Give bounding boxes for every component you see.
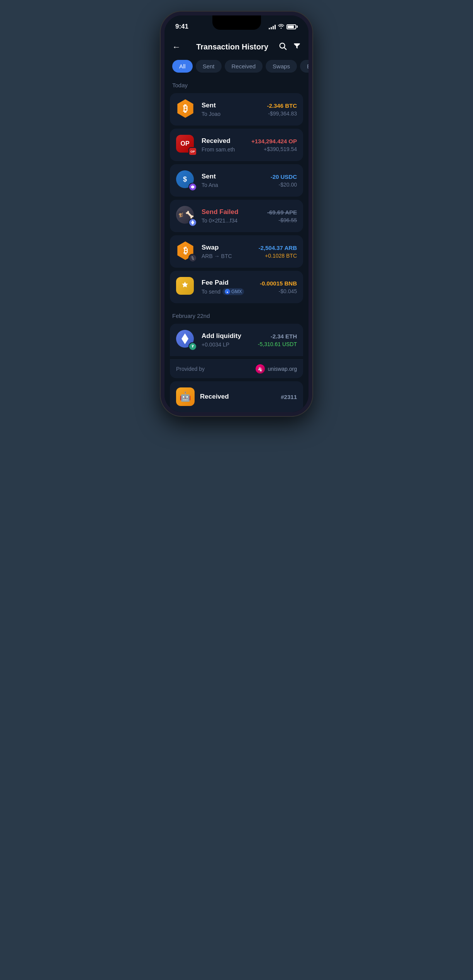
section-today: Today <box>164 79 309 93</box>
tx-info: Received <box>200 393 275 401</box>
transaction-item[interactable]: ₿ Swap ARB → BTC -2,504.37 ARB +0.1028 B… <box>170 235 303 268</box>
tab-buy[interactable]: Buy <box>300 60 309 73</box>
tx-amounts: -2.34 ETH -5,310.61 USDT <box>258 333 297 347</box>
op-sub-icon: OP <box>188 147 197 156</box>
status-time: 9:41 <box>175 23 188 31</box>
usdt-badge: ₮ <box>188 342 197 351</box>
wifi-icon <box>278 24 284 30</box>
tx-subtitle: +0.0034 LP <box>202 341 253 348</box>
tab-swaps[interactable]: Swaps <box>266 60 297 73</box>
tx-title: Sent <box>202 173 265 180</box>
search-button[interactable] <box>278 42 287 52</box>
tx-info: Send Failed To 0×2f21...f34 <box>202 208 262 224</box>
transaction-item[interactable]: ₮ Add liquidity +0.0034 LP -2.34 ETH -5,… <box>170 324 303 356</box>
svg-text:🐒: 🐒 <box>178 212 184 217</box>
eth-badge <box>188 218 197 227</box>
svg-marker-2 <box>191 185 194 189</box>
gmx-badge: ▲ GMX <box>222 288 244 295</box>
tx-amount-secondary: -$96.55 <box>267 217 297 223</box>
transaction-list-february: ₮ Add liquidity +0.0034 LP -2.34 ETH -5,… <box>164 324 309 378</box>
tx-amounts: #2311 <box>281 394 297 400</box>
tx-title: Received <box>200 393 275 401</box>
transaction-item[interactable]: 🐒 🦴 Send Failed To 0×2f21...f34 - <box>170 200 303 232</box>
header: ← Transaction History <box>164 36 309 57</box>
tx-amount-primary: +134,294.424 OP <box>251 138 297 144</box>
transaction-item[interactable]: Fee Paid To send ▲ GMX -0.00015 BNB -$0.… <box>170 271 303 303</box>
tx-amounts: -2.346 BTC -$99,364.83 <box>267 102 297 117</box>
tx-icon-bnb <box>176 277 196 297</box>
battery-icon <box>287 24 298 29</box>
tx-info: Add liquidity +0.0034 LP <box>202 332 253 348</box>
tx-icon-usdc: $ <box>176 170 196 190</box>
tx-title-failed: Send Failed <box>202 208 262 216</box>
section-february: February 22nd ₮ Add liquidity + <box>164 309 309 378</box>
screen-content: ← Transaction History All Sent <box>164 36 309 412</box>
tx-info: Sent To Joao <box>202 102 261 117</box>
tx-amounts: -2,504.37 ARB +0.1028 BTC <box>259 245 297 259</box>
gmx-logo: ▲ <box>225 289 230 294</box>
tx-title: Sent <box>202 102 261 109</box>
svg-marker-5 <box>191 220 194 225</box>
tx-icon-eth-usdt: ₮ <box>176 330 196 350</box>
tx-title: Swap <box>202 244 253 251</box>
tx-title: Fee Paid <box>202 279 254 287</box>
provided-by-label: Provided by <box>176 366 205 372</box>
tab-received[interactable]: Received <box>225 60 263 73</box>
header-actions <box>278 42 301 52</box>
svg-line-1 <box>284 48 286 49</box>
tx-subtitle: From sam.eth <box>202 146 246 153</box>
tx-amount-primary: -0.00015 BNB <box>260 280 297 287</box>
tx-amount-secondary: +$390,519.54 <box>251 146 297 152</box>
tx-amount-secondary: -$20.00 <box>271 182 297 188</box>
transaction-item[interactable]: OP OP Received From sam.eth +134,294.424… <box>170 129 303 161</box>
tx-subtitle: To send ▲ GMX <box>202 288 254 295</box>
tx-amount-primary: -20 USDC <box>271 173 297 180</box>
tx-amounts: -69.69 APE -$96.55 <box>267 209 297 223</box>
polygon-badge <box>188 183 197 191</box>
tx-amount-primary: -2,504.37 ARB <box>259 245 297 251</box>
section-february-header: February 22nd <box>164 309 309 324</box>
tab-all[interactable]: All <box>172 60 193 73</box>
transaction-item[interactable]: ₿ Sent To Joao -2.346 BTC -$99,364.83 <box>170 93 303 126</box>
tx-subtitle: To Ana <box>202 182 265 188</box>
tx-amounts: -20 USDC -$20.00 <box>271 173 297 188</box>
filter-button[interactable] <box>293 42 301 52</box>
tx-amount-secondary: +0.1028 BTC <box>259 253 297 259</box>
svg-marker-6 <box>181 333 188 344</box>
tx-icon-robot: 🤖 <box>176 387 195 406</box>
tx-amount-primary: -2.346 BTC <box>267 102 297 109</box>
tx-icon-ape: 🐒 🦴 <box>176 206 196 226</box>
transaction-item[interactable]: $ Sent To Ana -20 USDC -$20.00 <box>170 164 303 197</box>
status-icons <box>269 24 298 30</box>
tab-sent[interactable]: Sent <box>196 60 222 73</box>
notch <box>212 15 261 30</box>
tx-subtitle: To Joao <box>202 111 261 117</box>
tx-amount-secondary: -$0.045 <box>260 288 297 294</box>
uniswap-logo: 🦄 <box>256 364 265 374</box>
tx-amount-secondary: -5,310.61 USDT <box>258 341 297 347</box>
filter-tabs: All Sent Received Swaps Buy Se <box>164 57 309 79</box>
tx-title: Add liquidity <box>202 332 253 340</box>
tx-info: Sent To Ana <box>202 173 265 188</box>
provided-by-name: uniswap.org <box>268 366 297 372</box>
swap-badge <box>188 254 197 262</box>
tx-info: Swap ARB → BTC <box>202 244 253 259</box>
phone-frame: 9:41 <box>161 12 312 416</box>
tx-subtitle: To 0×2f21...f34 <box>202 217 262 224</box>
tx-amount-primary: -69.69 APE <box>267 209 297 216</box>
tx-title: Received <box>202 137 246 145</box>
signal-icon <box>269 24 276 29</box>
tx-number: #2311 <box>281 394 297 400</box>
tx-icon-swap: ₿ <box>176 241 196 262</box>
tx-icon-btc: ₿ <box>176 99 196 119</box>
tx-info: Received From sam.eth <box>202 137 246 153</box>
tx-icon-op: OP OP <box>176 135 196 155</box>
tx-amount-secondary: -$99,364.83 <box>267 110 297 117</box>
transaction-list-today: ₿ Sent To Joao -2.346 BTC -$99,364.83 OP… <box>164 93 309 303</box>
back-button[interactable]: ← <box>172 42 186 52</box>
tx-info: Fee Paid To send ▲ GMX <box>202 279 254 295</box>
provided-by-source: 🦄 uniswap.org <box>256 364 297 374</box>
page-title: Transaction History <box>196 42 268 51</box>
transaction-item-partial[interactable]: 🤖 Received #2311 <box>170 381 303 412</box>
tx-subtitle: ARB → BTC <box>202 253 253 259</box>
